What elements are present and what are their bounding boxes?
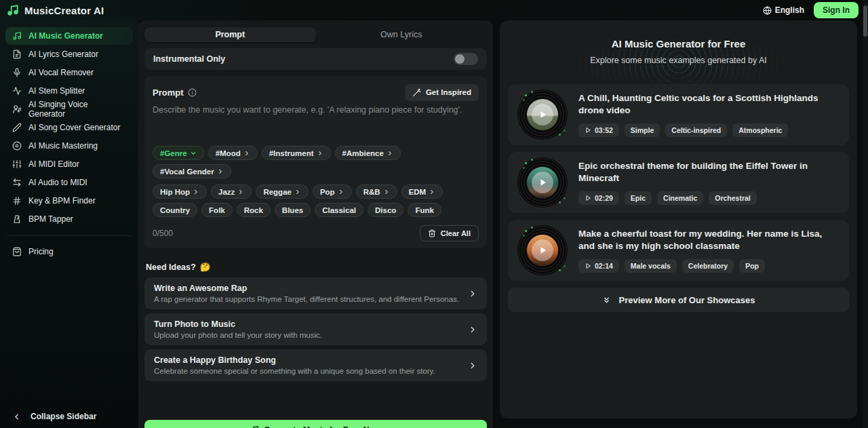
chip-reggae[interactable]: Reggae	[256, 184, 309, 199]
idea-title: Create a Happy Birthday Song	[154, 355, 435, 365]
style-tag: Cinematic	[657, 191, 703, 205]
sidebar-item-pricing[interactable]: Pricing	[5, 243, 133, 260]
sidebar-item-label: AI Vocal Remover	[28, 68, 94, 77]
prompt-textarea[interactable]: Describe the music you want to generate,…	[153, 105, 479, 115]
sidebar-item-ai-song-cover-generator[interactable]: AI Song Cover Generator	[5, 119, 133, 136]
sign-in-button[interactable]: Sign In	[814, 2, 859, 18]
chip-vocal-gender[interactable]: #Vocal Gender	[153, 164, 231, 178]
showcase-subtitle: Explore some music examples generated by…	[508, 56, 849, 65]
instrumental-only-label: Instrumental Only	[153, 54, 225, 64]
vinyl-play-thumbnail[interactable]	[517, 157, 568, 208]
pen-icon	[12, 123, 22, 132]
sidebar-item-ai-music-mastering[interactable]: AI Music Mastering	[5, 137, 133, 155]
tab-prompt[interactable]: Prompt	[144, 27, 316, 42]
sidebar-item-ai-music-generator[interactable]: AI Music Generator	[5, 27, 133, 45]
sidebar-item-key-bpm-finder[interactable]: Key & BPM Finder	[5, 192, 133, 210]
chip-funk[interactable]: Funk	[408, 203, 441, 217]
chip-jazz[interactable]: Jazz	[211, 184, 252, 199]
sidebar-item-label: AI Stem Splitter	[28, 86, 85, 96]
shopping-bag-icon	[12, 247, 22, 256]
chip-edm[interactable]: EDM	[401, 184, 443, 199]
chip-blues[interactable]: Blues	[275, 203, 311, 217]
clear-all-button[interactable]: Clear All	[420, 225, 479, 241]
chevron-right-icon	[217, 168, 224, 175]
page-scrollbar[interactable]	[863, 0, 868, 428]
metronome-icon	[12, 214, 22, 224]
music-note-icon	[12, 31, 22, 41]
sidebar-item-bpm-tapper[interactable]: BPM Tapper	[5, 210, 133, 228]
sidebar-item-ai-stem-splitter[interactable]: AI Stem Splitter	[5, 82, 133, 100]
sidebar-item-ai-lyrics-generator[interactable]: AI Lyrics Generator	[5, 45, 133, 63]
sidebar-item-label: AI Lyrics Generator	[28, 50, 98, 59]
idea-card-birthday-song[interactable]: Create a Happy Birthday Song Celebrate s…	[144, 349, 487, 381]
tab-own-lyrics[interactable]: Own Lyrics	[316, 27, 488, 42]
scrollbar-thumb[interactable]	[863, 5, 867, 37]
chip-disco[interactable]: Disco	[368, 203, 403, 217]
showcase-title: AI Music Generator for Free	[508, 38, 849, 50]
category-chip-row: #Genre #Mood #Instrument #Ambience #Voca…	[153, 146, 479, 178]
info-icon[interactable]	[188, 88, 197, 97]
sidebar-item-label: BPM Tapper	[28, 214, 73, 224]
sidebar-item-label: AI Singing Voice Generator	[28, 100, 126, 119]
instrumental-only-toggle[interactable]	[454, 53, 478, 65]
play-button[interactable]	[532, 104, 553, 125]
showcase-item-title: A Chill, Haunting Celtic vocals for a Sc…	[578, 92, 840, 117]
idea-title: Turn Photo to Music	[154, 319, 322, 329]
chip-ambience[interactable]: #Ambience	[335, 146, 401, 160]
brand[interactable]: MusicCreator AI	[7, 4, 104, 16]
sidebar-item-label: Pricing	[28, 247, 54, 256]
chevron-right-icon	[338, 189, 344, 195]
language-selector[interactable]: English	[763, 5, 804, 15]
sidebar-item-label: AI Audio to MIDI	[28, 178, 87, 187]
idea-card-rap[interactable]: Write an Awesome Rap A rap generator tha…	[144, 277, 487, 309]
hash-icon	[12, 196, 22, 206]
chip-folk[interactable]: Folk	[201, 203, 233, 217]
play-button[interactable]	[532, 239, 553, 261]
chevron-right-icon	[243, 150, 250, 157]
waveform-icon	[12, 86, 22, 96]
sidebar-item-ai-midi-editor[interactable]: AI MIDI Editor	[5, 155, 133, 173]
preview-more-button[interactable]: Preview More of Our Showcases	[508, 288, 849, 312]
style-tag: Simple	[625, 123, 660, 137]
char-counter: 0/500	[153, 229, 173, 238]
idea-title: Write an Awesome Rap	[154, 284, 459, 293]
sidebar-item-ai-singing-voice-generator[interactable]: AI Singing Voice Generator	[5, 100, 133, 118]
vinyl-play-thumbnail[interactable]	[517, 90, 568, 140]
top-header: MusicCreator AI English Sign In	[0, 0, 868, 20]
need-ideas-heading: Need Ideas? 🤔	[146, 262, 486, 272]
disc-icon	[12, 141, 22, 151]
play-outline-icon	[585, 127, 591, 134]
generate-music-button[interactable]: Generate Music for Free Now	[144, 420, 487, 428]
chevron-right-icon	[387, 150, 393, 157]
showcase-item-title: Epic orchestral theme for building the E…	[578, 160, 840, 184]
chip-rnb[interactable]: R&B	[356, 184, 397, 199]
chip-classical[interactable]: Classical	[315, 203, 363, 217]
chip-genre[interactable]: #Genre	[153, 146, 204, 160]
generate-music-label: Generate Music for Free Now	[264, 425, 381, 428]
sidebar-item-ai-vocal-remover[interactable]: AI Vocal Remover	[5, 64, 133, 81]
thinking-emoji: 🤔	[200, 262, 211, 272]
chevron-right-icon	[317, 150, 323, 157]
vinyl-play-thumbnail[interactable]	[517, 225, 568, 275]
idea-desc: Upload your photo and tell your story wi…	[154, 331, 322, 339]
get-inspired-button[interactable]: Get Inspired	[405, 84, 479, 101]
toggle-knob	[455, 54, 465, 64]
globe-icon	[763, 6, 772, 15]
collapse-sidebar-button[interactable]: Collapse Sidebar	[5, 412, 133, 421]
chip-pop[interactable]: Pop	[313, 184, 352, 199]
chip-hip-hop[interactable]: Hip Hop	[153, 184, 207, 199]
chip-mood[interactable]: #Mood	[208, 146, 258, 160]
sidebar-item-ai-audio-to-midi[interactable]: AI Audio to MIDI	[5, 174, 133, 191]
idea-card-photo-to-music[interactable]: Turn Photo to Music Upload your photo an…	[144, 313, 487, 345]
chip-country[interactable]: Country	[153, 203, 197, 217]
chip-instrument[interactable]: #Instrument	[262, 146, 331, 160]
sidebar-divider	[7, 235, 132, 236]
idea-desc: A rap generator that supports Rhyme Targ…	[154, 295, 459, 303]
chip-rock[interactable]: Rock	[237, 203, 271, 217]
language-label: English	[775, 5, 804, 15]
play-button[interactable]	[532, 172, 553, 193]
composer-panel: Prompt Own Lyrics Instrumental Only Prom…	[138, 20, 493, 428]
chevron-right-icon	[294, 189, 301, 195]
prompt-label: Prompt	[153, 87, 184, 98]
wand-icon	[412, 88, 421, 97]
